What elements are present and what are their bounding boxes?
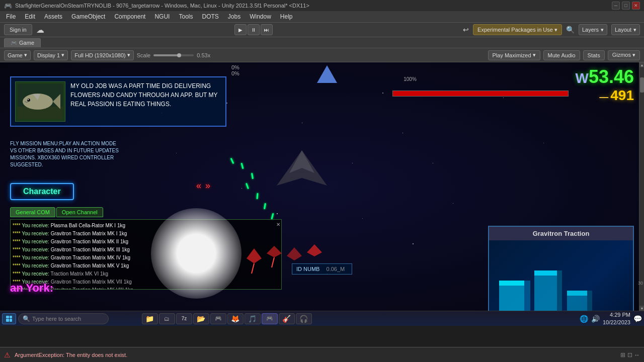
taskbar-volume-icon: 🔊: [591, 315, 600, 323]
close-button[interactable]: ✕: [632, 2, 640, 10]
menu-dots[interactable]: DOTS: [198, 12, 222, 21]
viewport-scrollbar[interactable]: ▲ 30 ▼: [639, 62, 644, 311]
taskbar-apps: 📁 🗂 7z 📂 🎮 🦊 🎵 🎮 🎸 🎧: [111, 313, 343, 324]
app-icon: 🎮: [4, 2, 12, 10]
layout-chevron-icon: ▾: [633, 27, 636, 33]
svg-marker-12: [307, 244, 322, 256]
scale-value: 0.53x: [197, 52, 210, 58]
collab-icon[interactable]: ↩: [463, 26, 469, 34]
svg-rect-24: [587, 291, 592, 311]
play-maximize-button[interactable]: Play Maximized ▾: [488, 50, 540, 60]
main-area: 0% 0% 100% W53.46 —491: [0, 62, 644, 311]
york-text: an York:: [10, 282, 53, 295]
game-toolbar: Game ▾ Display 1 ▾ Full HD (1920x1080) ▾…: [0, 48, 644, 62]
title-bar-left: 🎮 StarfighterGeneralOnSteamTRYNOLIB - 90…: [4, 2, 309, 10]
projectile: [246, 183, 249, 189]
taskbar-app-game2[interactable]: 🎮: [262, 313, 278, 324]
taskbar: 🔍 Type here to search 📁 🗂 7z 📂 🎮 🦊 🎵 🎮 🎸…: [0, 311, 644, 326]
small-value: 0.06_M: [327, 266, 345, 272]
menu-window[interactable]: Window: [246, 12, 275, 21]
scroll-down-arrow[interactable]: ▼: [639, 306, 644, 311]
projectile: [256, 193, 258, 199]
gizmos-button[interactable]: Gizmos ▾: [608, 50, 640, 60]
taskbar-right: 🌐 🔊 4:29 PM 10/22/2023 💬: [580, 311, 642, 326]
scale-slider[interactable]: [153, 54, 194, 56]
taskbar-app-misc[interactable]: 🎸: [279, 313, 295, 324]
svg-rect-17: [499, 281, 524, 286]
experimental-packages-button[interactable]: Experimental Packages in Use ▾: [473, 24, 562, 35]
system-clock: 4:29 PM 10/22/2023: [603, 311, 630, 326]
clock-date: 10/22/2023: [603, 319, 630, 326]
svg-rect-20: [534, 270, 557, 276]
taskbar-app-headphones[interactable]: 🎧: [296, 313, 312, 324]
title-bar: 🎮 StarfighterGeneralOnSteamTRYNOLIB - 90…: [0, 0, 644, 11]
step-button[interactable]: ⏭: [261, 24, 273, 35]
layers-chevron-icon: ▾: [601, 27, 604, 33]
resolution-chevron-icon: ▾: [127, 52, 130, 58]
minimize-button[interactable]: ─: [612, 2, 620, 10]
play-maximize-chevron-icon: ▾: [533, 52, 536, 58]
layers-dropdown[interactable]: Layers ▾: [579, 24, 607, 35]
menu-gameobject[interactable]: GameObject: [67, 12, 109, 21]
tab-bar: 🎮 Game: [0, 37, 644, 48]
scroll-track[interactable]: 30: [639, 67, 644, 306]
game-viewport[interactable]: 0% 0% 100% W53.46 —491: [0, 62, 644, 311]
menu-assets[interactable]: Assets: [40, 12, 66, 21]
search-bar[interactable]: 🔍 Type here to search: [18, 313, 109, 324]
game-chevron-icon: ▾: [24, 52, 27, 58]
menu-edit[interactable]: Edit: [21, 12, 39, 21]
menu-tools[interactable]: Tools: [175, 12, 197, 21]
projectile: [240, 163, 244, 169]
svg-line-14: [272, 257, 274, 267]
projectile: [264, 203, 266, 209]
menu-ngui[interactable]: NGUI: [150, 12, 174, 21]
gravitron-header: Gravitron Traction: [489, 227, 633, 240]
scale-label: Scale: [137, 52, 151, 58]
menu-help[interactable]: Help: [276, 12, 297, 21]
taskbar-app-game[interactable]: 🎮: [210, 313, 226, 324]
taskbar-app-file-manager[interactable]: 🗂: [159, 313, 175, 324]
taskbar-app-firefox[interactable]: 🦊: [227, 313, 244, 324]
error-text: ArgumentException: The entity does not e…: [15, 352, 127, 358]
search-magnifier-icon: 🔍: [23, 315, 30, 322]
play-button[interactable]: ▶: [234, 24, 247, 35]
stats-button[interactable]: Stats: [583, 50, 605, 60]
gravitron-visualization-svg: [489, 240, 633, 311]
mute-audio-button[interactable]: Mute Audio: [543, 50, 580, 60]
svg-marker-10: [267, 246, 282, 257]
display-dropdown[interactable]: Display 1 ▾: [34, 50, 68, 60]
game-view-dropdown[interactable]: Game ▾: [4, 50, 31, 60]
explosion-blob: [151, 208, 242, 299]
search-icon[interactable]: 🔍: [566, 26, 575, 34]
gravitron-image: [489, 240, 633, 311]
menu-jobs[interactable]: Jobs: [224, 12, 245, 21]
svg-rect-19: [534, 270, 557, 311]
gravitron-panel: Gravitron Traction: [488, 226, 634, 311]
taskbar-app-folder[interactable]: 📂: [193, 313, 209, 324]
start-button[interactable]: [2, 313, 16, 324]
taskbar-app-7zip[interactable]: 7z: [176, 313, 192, 324]
taskbar-app-explorer[interactable]: 📁: [142, 313, 158, 324]
id-number-panel: ID NUMB 0.06_M: [292, 263, 352, 275]
sign-in-button[interactable]: Sign in: [4, 24, 32, 35]
menu-bar: File Edit Assets GameObject Component NG…: [0, 11, 644, 22]
projectile: [230, 158, 234, 164]
game-tab[interactable]: 🎮 Game: [4, 38, 41, 47]
pause-button[interactable]: ⏸: [248, 24, 260, 35]
scroll-up-arrow[interactable]: ▲: [639, 62, 644, 67]
clock-time: 4:29 PM: [603, 311, 630, 318]
play-controls: ▶ ⏸ ⏭: [234, 24, 273, 35]
notification-icon[interactable]: 💬: [633, 315, 642, 323]
scroll-thumb[interactable]: [640, 77, 644, 93]
menu-component[interactable]: Component: [110, 12, 149, 21]
menu-file[interactable]: File: [2, 12, 20, 21]
large-ship-svg: [272, 148, 332, 188]
layout-dropdown[interactable]: Layout ▾: [611, 24, 640, 35]
taskbar-app-music[interactable]: 🎵: [245, 313, 261, 324]
status-icons-right: ⊞ ⊡ ↔: [620, 351, 640, 358]
maximize-button[interactable]: □: [622, 2, 630, 10]
cloud-icon[interactable]: ☁: [36, 25, 44, 35]
windows-icon: [6, 316, 12, 322]
resolution-dropdown[interactable]: Full HD (1920x1080) ▾: [71, 50, 134, 60]
large-ship: [272, 148, 332, 190]
